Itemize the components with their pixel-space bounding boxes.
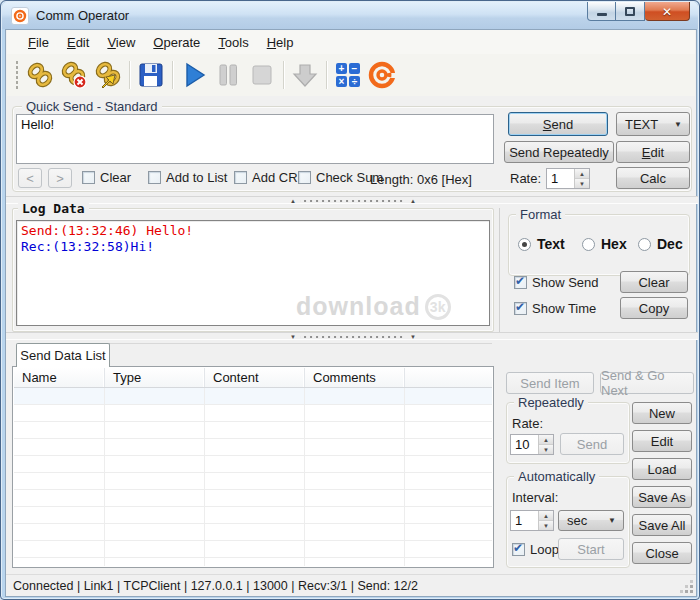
minimize-button[interactable] bbox=[587, 2, 616, 21]
column-header-name[interactable]: Name bbox=[14, 368, 104, 387]
spin-down-icon[interactable] bbox=[575, 178, 589, 188]
close-window-button[interactable] bbox=[645, 2, 690, 21]
interval-stepper[interactable]: 1 bbox=[510, 510, 554, 531]
format-radio-hex[interactable]: Hex bbox=[582, 236, 627, 252]
next-item-button[interactable]: > bbox=[48, 168, 72, 188]
tab-send-data-list[interactable]: Send Data List bbox=[16, 343, 110, 367]
format-radio-dec[interactable]: Dec bbox=[638, 236, 683, 252]
minimize-icon bbox=[597, 13, 607, 16]
horizontal-splitter-top[interactable] bbox=[6, 196, 698, 204]
collapse-down-icon bbox=[410, 334, 416, 340]
send-item-button[interactable]: Send Item bbox=[506, 372, 594, 394]
save-icon bbox=[137, 61, 165, 89]
log-line-send: Send:(13:32:46) Hello! bbox=[21, 223, 485, 239]
spin-down-icon[interactable] bbox=[539, 520, 553, 530]
client-area: File Edit View Operate Tools Help bbox=[5, 29, 697, 597]
send-go-next-button[interactable]: Send & Go Next bbox=[600, 372, 694, 394]
resize-grip[interactable] bbox=[682, 582, 694, 594]
interval-unit-dropdown[interactable]: sec bbox=[558, 510, 624, 531]
screen: Comm Operator File Edit View Operate Too… bbox=[0, 0, 700, 600]
repeat-rate-stepper[interactable]: 10 bbox=[510, 434, 554, 455]
show-send-checkbox[interactable]: Show Send bbox=[514, 275, 599, 290]
new-button[interactable]: New bbox=[632, 402, 692, 424]
length-indicator: Length: 0x6 [Hex] bbox=[370, 172, 472, 187]
app-logo-icon bbox=[11, 7, 29, 25]
column-header-blank bbox=[404, 368, 492, 387]
table-row bbox=[14, 388, 492, 404]
start-auto-button[interactable]: Start bbox=[558, 538, 624, 560]
add-cr-checkbox[interactable]: Add CR bbox=[234, 170, 298, 185]
calc-button[interactable]: Calc bbox=[616, 167, 690, 189]
spin-up-icon[interactable] bbox=[539, 435, 553, 444]
menu-file[interactable]: File bbox=[19, 31, 58, 54]
download3k-watermark: download 3k bbox=[296, 292, 451, 321]
vertical-splitter[interactable] bbox=[499, 208, 500, 332]
table-body[interactable] bbox=[14, 388, 492, 566]
format-radio-text[interactable]: Text bbox=[518, 236, 565, 252]
menu-operate[interactable]: Operate bbox=[144, 31, 209, 54]
svg-text:×: × bbox=[339, 76, 345, 87]
repeat-send-button[interactable]: Send bbox=[560, 433, 624, 455]
column-header-type[interactable]: Type bbox=[104, 368, 204, 387]
show-time-checkbox[interactable]: Show Time bbox=[514, 301, 596, 316]
status-bar: Connected | Link1 | TCPClient | 127.0.0.… bbox=[6, 574, 696, 596]
app-window: Comm Operator File Edit View Operate Too… bbox=[0, 0, 700, 600]
copy-log-button[interactable]: Copy bbox=[620, 297, 688, 319]
send-button[interactable]: Send bbox=[508, 112, 608, 136]
radio-icon bbox=[582, 238, 595, 251]
disconnect-button[interactable] bbox=[57, 58, 91, 92]
menu-help[interactable]: Help bbox=[258, 31, 303, 54]
clear-checkbox-box bbox=[82, 171, 95, 184]
close-button[interactable]: Close bbox=[632, 542, 692, 564]
save-log-button[interactable] bbox=[134, 58, 168, 92]
clear-checkbox[interactable]: Clear bbox=[82, 170, 131, 185]
brand-spiral-icon bbox=[367, 60, 397, 90]
clear-log-button[interactable]: Clear bbox=[620, 271, 688, 293]
connect-button[interactable] bbox=[23, 58, 57, 92]
stop-icon bbox=[248, 61, 276, 89]
edit-item-button[interactable]: Edit bbox=[632, 430, 692, 452]
rate-stepper[interactable]: 1 bbox=[546, 168, 590, 189]
add-to-list-checkbox[interactable]: Add to List bbox=[148, 170, 227, 185]
load-button[interactable]: Load bbox=[632, 458, 692, 480]
chevron-down-icon bbox=[674, 120, 682, 129]
title-bar[interactable]: Comm Operator bbox=[2, 2, 698, 29]
start-button[interactable] bbox=[177, 58, 211, 92]
menu-view[interactable]: View bbox=[98, 31, 144, 54]
save-all-button[interactable]: Save All bbox=[632, 514, 692, 536]
spin-down-icon[interactable] bbox=[539, 444, 553, 454]
maximize-icon bbox=[625, 7, 635, 16]
prev-item-button[interactable]: < bbox=[18, 168, 42, 188]
loop-checkbox[interactable]: Loop bbox=[512, 542, 559, 557]
toolbar-separator bbox=[283, 61, 284, 89]
toolbar-grip[interactable] bbox=[15, 60, 19, 90]
horizontal-splitter-bottom[interactable] bbox=[6, 332, 698, 340]
format-dropdown[interactable]: TEXT bbox=[616, 112, 690, 136]
connect-icon bbox=[26, 61, 54, 89]
quick-send-group-label: Quick Send - Standard bbox=[22, 99, 162, 114]
edit-button[interactable]: Edit bbox=[616, 141, 690, 163]
about-button[interactable] bbox=[365, 58, 399, 92]
splitter-handle[interactable] bbox=[290, 334, 416, 340]
spin-up-icon[interactable] bbox=[539, 511, 553, 520]
splitter-handle[interactable] bbox=[290, 198, 416, 204]
connection-settings-button[interactable] bbox=[91, 58, 125, 92]
quick-send-input[interactable]: Hello! bbox=[16, 114, 494, 164]
menu-edit[interactable]: Edit bbox=[58, 31, 98, 54]
calculator-button[interactable]: + − × ÷ bbox=[331, 58, 365, 92]
svg-text:÷: ÷ bbox=[352, 76, 358, 87]
save-as-button[interactable]: Save As bbox=[632, 486, 692, 508]
table-header: Name Type Content Comments bbox=[14, 368, 492, 388]
spin-up-icon[interactable] bbox=[575, 169, 589, 178]
send-repeatedly-button[interactable]: Send Repeatedly bbox=[504, 141, 614, 163]
menu-tools[interactable]: Tools bbox=[209, 31, 257, 54]
column-header-content[interactable]: Content bbox=[204, 368, 304, 387]
column-header-comments[interactable]: Comments bbox=[304, 368, 404, 387]
toolbar-separator bbox=[326, 61, 327, 89]
tabstrip-edge bbox=[108, 343, 492, 344]
start-icon bbox=[180, 61, 208, 89]
pause-button bbox=[211, 58, 245, 92]
maximize-button[interactable] bbox=[616, 2, 645, 21]
loop-checkbox-box bbox=[512, 543, 525, 556]
svg-text:−: − bbox=[352, 63, 358, 74]
